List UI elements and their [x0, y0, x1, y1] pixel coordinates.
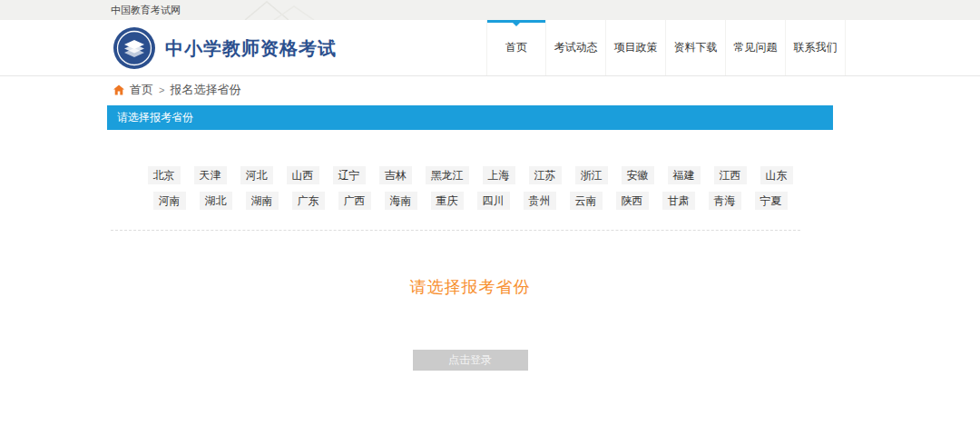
province-button[interactable]: 辽宁: [333, 166, 366, 184]
select-province-prompt: 请选择报考省份: [107, 276, 833, 298]
province-button[interactable]: 河北: [240, 166, 273, 184]
province-button[interactable]: 宁夏: [755, 192, 788, 210]
province-button[interactable]: 福建: [668, 166, 701, 184]
site-name-link[interactable]: 中国教育考试网: [111, 4, 181, 16]
nav-tab-label: 联系我们: [794, 41, 838, 54]
province-button[interactable]: 安徽: [622, 166, 654, 184]
banner-title: 请选择报考省份: [117, 111, 193, 124]
province-button[interactable]: 青海: [709, 192, 741, 210]
breadcrumb-home-link[interactable]: 首页: [130, 82, 153, 98]
province-button[interactable]: 云南: [570, 192, 603, 210]
province-button[interactable]: 湖南: [246, 192, 279, 210]
content-container: 请选择报考省份 北京 天津 河北 山西 辽宁 吉林 黑龙江 上海 江苏 浙江 安…: [107, 105, 833, 371]
province-button[interactable]: 山西: [287, 166, 319, 184]
main-nav: 首页 考试动态 项目政策 资料下载 常见问题 联系我们: [486, 20, 846, 76]
province-button[interactable]: 甘肃: [662, 192, 695, 210]
province-button[interactable]: 北京: [148, 166, 181, 184]
home-icon: [113, 84, 124, 95]
nav-tab-home[interactable]: 首页: [486, 20, 546, 75]
province-row-2: 河南 湖北 湖南 广东 广西 海南 重庆 四川 贵州 云南 陕西 甘肃 青海 宁…: [107, 192, 833, 210]
nav-tab-label: 首页: [505, 41, 527, 54]
province-button[interactable]: 浙江: [575, 166, 608, 184]
province-button[interactable]: 吉林: [379, 166, 412, 184]
nav-tab-project-policy[interactable]: 项目政策: [606, 20, 666, 75]
province-button[interactable]: 贵州: [524, 192, 556, 210]
breadcrumb: 首页 > 报名选择省份: [113, 82, 240, 98]
page: 中国教育考试网 中小学教师资格考试 首页 考试动态: [0, 0, 980, 426]
province-button[interactable]: 山东: [760, 166, 793, 184]
login-button[interactable]: 点击登录: [413, 350, 528, 371]
site-title: 中小学教师资格考试: [165, 36, 337, 61]
province-button[interactable]: 四川: [477, 192, 510, 210]
breadcrumb-current: 报名选择省份: [170, 82, 240, 98]
province-grid: 北京 天津 河北 山西 辽宁 吉林 黑龙江 上海 江苏 浙江 安徽 福建 江西 …: [107, 166, 833, 210]
province-button[interactable]: 河南: [153, 192, 186, 210]
book-logo-icon: [113, 27, 155, 69]
mountain-decor-icon: [238, 0, 328, 20]
nav-tab-contact[interactable]: 联系我们: [786, 20, 846, 75]
province-button[interactable]: 江苏: [529, 166, 562, 184]
province-button[interactable]: 广东: [292, 192, 325, 210]
nav-tab-faq[interactable]: 常见问题: [726, 20, 786, 75]
province-button[interactable]: 海南: [385, 192, 417, 210]
brand[interactable]: 中小学教师资格考试: [113, 27, 337, 69]
province-button[interactable]: 黑龙江: [426, 166, 469, 184]
breadcrumb-separator: >: [159, 84, 164, 95]
province-button[interactable]: 广西: [338, 192, 371, 210]
dashed-divider: [111, 230, 800, 231]
active-tab-indicator: [487, 20, 545, 23]
province-button[interactable]: 湖北: [200, 192, 232, 210]
province-button[interactable]: 江西: [714, 166, 747, 184]
nav-tab-label: 项目政策: [614, 41, 658, 54]
province-button[interactable]: 上海: [483, 166, 515, 184]
nav-tab-exam-news[interactable]: 考试动态: [546, 20, 606, 75]
province-button[interactable]: 陕西: [616, 192, 649, 210]
province-row-1: 北京 天津 河北 山西 辽宁 吉林 黑龙江 上海 江苏 浙江 安徽 福建 江西 …: [107, 166, 833, 184]
section-title-banner: 请选择报考省份: [107, 105, 833, 130]
province-button[interactable]: 重庆: [431, 192, 464, 210]
nav-tab-label: 常见问题: [734, 41, 778, 54]
nav-tab-label: 考试动态: [554, 41, 598, 54]
top-utility-bar: 中国教育考试网: [0, 0, 980, 20]
province-button[interactable]: 天津: [194, 166, 227, 184]
nav-tab-label: 资料下载: [674, 41, 718, 54]
nav-tab-downloads[interactable]: 资料下载: [666, 20, 726, 75]
header: 中小学教师资格考试 首页 考试动态 项目政策 资料下载 常见问题: [0, 20, 980, 76]
